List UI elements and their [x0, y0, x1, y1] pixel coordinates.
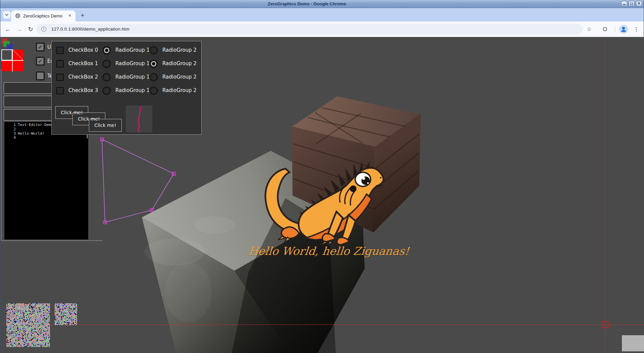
extensions-icon[interactable]	[601, 21, 609, 37]
tab-zerographics-demo[interactable]: ZeroGraphics Demo ×	[11, 10, 75, 21]
radiogroup1-option-1-label: RadioGroup 1	[115, 60, 150, 67]
bookmark-star-icon[interactable]: ☆	[585, 21, 593, 37]
click-me-button-3-label: Click me!	[89, 123, 121, 128]
radiogroup2-option-3-label: RadioGroup 2	[162, 87, 197, 93]
checkbox-3-label: CheckBox 3	[68, 87, 98, 93]
radiogroup1-option-1[interactable]	[103, 60, 111, 68]
plot-curve	[126, 105, 152, 132]
titlebar[interactable]: ZeroGraphics Demo - Google Chrome ×	[0, 0, 644, 8]
new-tab-button[interactable]: +	[78, 11, 87, 20]
globe-icon	[15, 13, 20, 18]
radiogroup2-option-2[interactable]	[150, 73, 158, 81]
widget-panel: CheckBox 0 RadioGroup 1 RadioGroup 2 Che…	[51, 41, 202, 135]
tab-close-icon[interactable]: ×	[67, 13, 73, 19]
window-title: ZeroGraphics Demo - Google Chrome	[0, 0, 613, 8]
click-me-button-1-label: Click me!	[56, 110, 88, 115]
checkbox-1-label: CheckBox 1	[68, 60, 98, 67]
checkbox-3[interactable]	[56, 87, 64, 94]
tab-search-button[interactable]	[3, 11, 10, 18]
mini-plot	[126, 105, 152, 132]
widget-row: CheckBox 0 RadioGroup 1 RadioGroup 2	[52, 44, 201, 57]
tab-title: ZeroGraphics Demo	[23, 10, 62, 21]
minimize-button[interactable]	[621, 1, 627, 6]
toolbar-divider	[615, 26, 615, 33]
widget-row: CheckBox 2 RadioGroup 1 RadioGroup 2	[52, 71, 201, 84]
site-info-icon[interactable]: i	[41, 27, 46, 32]
close-button[interactable]: ×	[636, 1, 642, 6]
polygon-edges[interactable]	[102, 139, 174, 222]
checkbox-2[interactable]	[56, 74, 64, 81]
person-icon	[619, 25, 628, 34]
checkbox-0-label: CheckBox 0	[68, 47, 98, 53]
radiogroup2-option-0[interactable]	[150, 46, 158, 54]
maximize-button[interactable]	[629, 1, 635, 6]
reload-icon[interactable]: ↻	[26, 21, 35, 37]
checkbox-2-label: CheckBox 2	[68, 74, 98, 80]
close-icon: ×	[638, 1, 640, 6]
back-icon[interactable]: ←	[3, 21, 12, 37]
checkbox-1[interactable]	[56, 60, 64, 68]
radiogroup2-option-1[interactable]	[150, 60, 158, 68]
browser-toolbar: ← → ↻ i 127.0.0.1:8000/demo_application.…	[0, 21, 644, 37]
tab-strip: ZeroGraphics Demo × +	[0, 8, 644, 21]
radiogroup2-option-2-label: RadioGroup 2	[162, 74, 197, 80]
maximize-icon	[630, 3, 633, 5]
radiogroup2-option-3[interactable]	[150, 87, 158, 95]
checkbox-0[interactable]	[56, 47, 64, 54]
radiogroup2-option-1-label: RadioGroup 2	[162, 60, 197, 67]
widget-row: CheckBox 3 RadioGroup 1 RadioGroup 2	[52, 84, 201, 97]
profile-avatar[interactable]	[619, 25, 628, 34]
radiogroup1-option-3[interactable]	[103, 87, 111, 95]
browser-window: ZeroGraphics Demo - Google Chrome × Zero…	[0, 0, 644, 353]
forward-icon[interactable]: →	[14, 21, 24, 37]
click-me-button-2-label: Click me!	[73, 116, 105, 122]
url-text[interactable]: 127.0.0.1:8000/demo_application.htm	[51, 24, 129, 35]
radiogroup1-option-3-label: RadioGroup 1	[115, 87, 150, 93]
radiogroup1-option-2-label: RadioGroup 1	[115, 74, 150, 80]
radiogroup2-option-0-label: RadioGroup 2	[162, 47, 197, 53]
minimize-icon	[623, 4, 626, 5]
menu-kebab-icon[interactable]: ⋮	[632, 21, 640, 37]
radiogroup1-option-2[interactable]	[103, 73, 111, 81]
chevron-down-icon	[5, 14, 8, 16]
puzzle-icon	[602, 27, 608, 32]
polygon-vertex-handles[interactable]	[101, 138, 175, 224]
radiogroup1-option-0-label: RadioGroup 1	[115, 47, 150, 53]
page-viewport: Hello World, hello Ziguanas! ✓ UI ✓	[0, 37, 644, 353]
widget-row: CheckBox 1 RadioGroup 1 RadioGroup 2	[52, 57, 201, 70]
address-bar[interactable]: i 127.0.0.1:8000/demo_application.htm	[37, 24, 583, 35]
radiogroup1-option-0[interactable]	[103, 46, 111, 54]
